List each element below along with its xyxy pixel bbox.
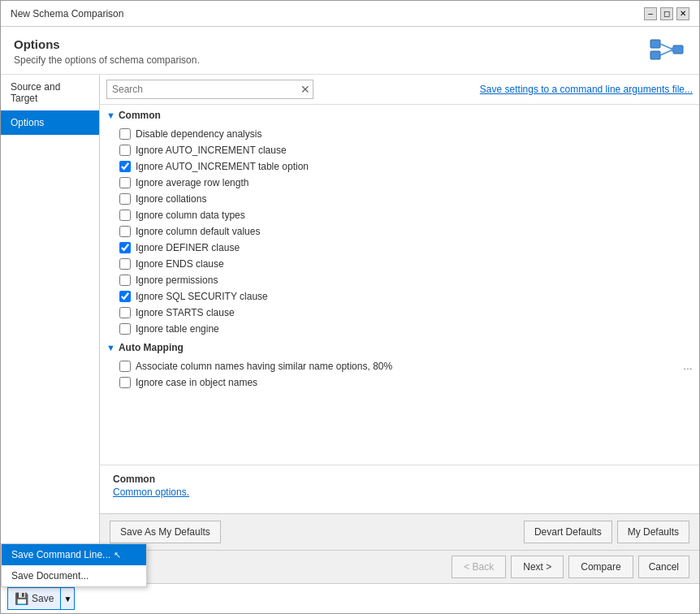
list-item: Ignore DEFINER clause xyxy=(100,240,699,256)
list-item: Ignore SQL SECURITY clause xyxy=(100,288,699,305)
sidebar: Source and Target Options xyxy=(1,75,100,550)
list-item: Ignore column default values xyxy=(100,223,699,240)
list-item: Ignore AUTO_INCREMENT clause xyxy=(100,142,699,158)
ignore-case-checkbox[interactable] xyxy=(119,377,131,388)
svg-rect-1 xyxy=(650,51,660,59)
option-label: Ignore DEFINER clause xyxy=(136,242,693,253)
options-inner: ▼ Common Disable dependency analysis Ign… xyxy=(100,105,699,465)
compare-button[interactable]: Compare xyxy=(568,556,633,578)
save-dropdown-button[interactable]: ▼ xyxy=(60,587,75,610)
svg-line-4 xyxy=(660,50,673,55)
option-label: Ignore table engine xyxy=(136,323,693,335)
devart-defaults-button[interactable]: Devart Defaults xyxy=(524,521,612,543)
auto-mapping-section-header[interactable]: ▼ Auto Mapping xyxy=(100,337,699,358)
associate-column-names-checkbox[interactable] xyxy=(119,361,131,372)
ignore-auto-increment-clause-checkbox[interactable] xyxy=(119,145,131,156)
content-area: ✕ Save settings to a command line argume… xyxy=(100,75,699,550)
search-bar: ✕ Save settings to a command line argume… xyxy=(100,75,699,105)
save-defaults-button[interactable]: Save As My Defaults xyxy=(110,521,221,543)
cancel-button[interactable]: Cancel xyxy=(638,556,689,578)
bottom-left-buttons: Save As My Defaults xyxy=(110,521,221,543)
save-settings-link[interactable]: Save settings to a command line argument… xyxy=(480,84,693,95)
ignore-starts-clause-checkbox[interactable] xyxy=(119,307,131,318)
option-label: Ignore column default values xyxy=(136,226,693,237)
ignore-definer-clause-checkbox[interactable] xyxy=(119,242,131,253)
svg-line-3 xyxy=(660,44,673,50)
ignore-permissions-checkbox[interactable] xyxy=(119,275,131,286)
common-section-title: Common xyxy=(119,110,161,121)
bottom-right-buttons: Devart Defaults My Defaults xyxy=(524,521,689,543)
list-item: Ignore average row length xyxy=(100,175,699,191)
common-section-header[interactable]: ▼ Common xyxy=(100,105,699,126)
search-input[interactable] xyxy=(106,80,313,99)
close-button[interactable]: ✕ xyxy=(676,7,689,20)
save-document-item[interactable]: Save Document... xyxy=(2,565,146,586)
ignore-collations-checkbox[interactable] xyxy=(119,193,131,205)
disable-dependency-checkbox[interactable] xyxy=(119,128,131,140)
my-defaults-button[interactable]: My Defaults xyxy=(617,521,689,543)
option-label: Ignore SQL SECURITY clause xyxy=(136,291,693,302)
svg-rect-0 xyxy=(650,40,660,48)
more-options-dots[interactable]: … xyxy=(683,361,693,372)
auto-mapping-arrow-icon: ▼ xyxy=(106,343,115,352)
header-section: Options Specify the options of schema co… xyxy=(1,27,699,75)
search-clear-button[interactable]: ✕ xyxy=(300,83,310,96)
bottom-action-bar: Save As My Defaults Devart Defaults My D… xyxy=(100,513,699,550)
list-item: Ignore ENDS clause xyxy=(100,256,699,272)
list-item: Ignore table engine xyxy=(100,321,699,337)
restore-button[interactable]: ◻ xyxy=(660,7,673,20)
ignore-column-default-checkbox[interactable] xyxy=(119,226,131,237)
option-label: Ignore AUTO_INCREMENT clause xyxy=(136,145,693,156)
option-label: Ignore ENDS clause xyxy=(136,258,693,270)
list-item: Ignore STARTS clause xyxy=(100,305,699,321)
save-command-line-item[interactable]: Save Command Line... ↖ xyxy=(2,544,146,565)
description-title: Common xyxy=(113,473,686,485)
ignore-table-engine-checkbox[interactable] xyxy=(119,323,131,335)
save-document-label: Save Document... xyxy=(11,570,89,582)
description-text[interactable]: Common options. xyxy=(113,486,686,498)
sidebar-item-options[interactable]: Options xyxy=(1,110,99,135)
option-label: Ignore column data types xyxy=(136,210,693,221)
auto-mapping-section-title: Auto Mapping xyxy=(119,342,184,353)
common-arrow-icon: ▼ xyxy=(106,110,115,120)
ignore-auto-increment-table-checkbox[interactable] xyxy=(119,161,131,172)
ignore-sql-security-checkbox[interactable] xyxy=(119,291,131,302)
option-label: Ignore STARTS clause xyxy=(136,307,693,318)
ignore-ends-clause-checkbox[interactable] xyxy=(119,258,131,270)
list-item: Ignore AUTO_INCREMENT table option xyxy=(100,158,699,175)
option-label: Associate column names having similar na… xyxy=(136,361,683,372)
window-title: New Schema Comparison xyxy=(11,8,123,19)
option-label: Ignore case in object names xyxy=(136,377,693,388)
list-item: Ignore permissions xyxy=(100,272,699,288)
description-area: Common Common options. xyxy=(100,465,699,513)
footer-bar: Save Command Line... ↖ Save Document... … xyxy=(1,583,699,613)
schema-icon xyxy=(647,35,686,67)
list-item: Ignore column data types xyxy=(100,207,699,223)
title-bar: New Schema Comparison – ◻ ✕ xyxy=(1,1,699,27)
list-item: Ignore case in object names xyxy=(100,374,699,391)
header-subtitle: Specify the options of schema comparison… xyxy=(14,54,200,66)
ignore-avg-row-length-checkbox[interactable] xyxy=(119,177,131,188)
option-label: Disable dependency analysis xyxy=(136,128,693,140)
save-command-line-label: Save Command Line... xyxy=(11,549,110,560)
main-content: Source and Target Options ✕ Save setting… xyxy=(1,75,699,550)
window: New Schema Comparison – ◻ ✕ Options Spec… xyxy=(0,0,700,614)
option-label: Ignore permissions xyxy=(136,275,693,286)
list-item: Associate column names having similar na… xyxy=(100,358,699,374)
search-wrapper: ✕ xyxy=(106,80,313,99)
save-dropdown-menu: Save Command Line... ↖ Save Document... xyxy=(1,543,147,587)
save-disk-icon: 💾 xyxy=(15,592,28,605)
minimize-button[interactable]: – xyxy=(644,7,657,20)
save-split-button: 💾 Save ▼ xyxy=(7,587,75,610)
cursor-icon: ↖ xyxy=(114,550,121,560)
list-item: Ignore collations xyxy=(100,191,699,207)
option-label: Ignore AUTO_INCREMENT table option xyxy=(136,161,693,172)
list-item: Disable dependency analysis xyxy=(100,126,699,142)
sidebar-item-source-target[interactable]: Source and Target xyxy=(1,75,99,110)
option-label: Ignore average row length xyxy=(136,177,693,188)
next-button[interactable]: Next > xyxy=(511,556,564,578)
ignore-column-data-types-checkbox[interactable] xyxy=(119,210,131,221)
save-main-button[interactable]: 💾 Save xyxy=(7,587,60,610)
back-button[interactable]: < Back xyxy=(452,556,506,578)
header-left: Options Specify the options of schema co… xyxy=(14,37,200,66)
